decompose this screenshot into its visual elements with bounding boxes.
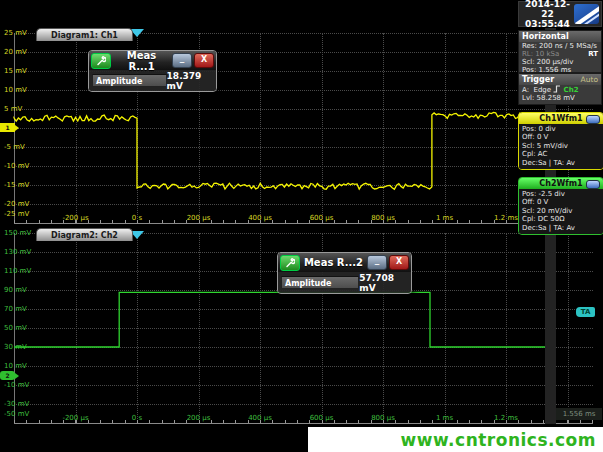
meas-results-2-dialog[interactable]: Meas R...2 _ X Amplitude 57.708 mV	[277, 252, 412, 294]
minimize-button[interactable]: _	[172, 53, 192, 68]
trigger-mode: Auto	[581, 75, 598, 84]
ch2wfm1-title: Ch2Wfm1	[539, 179, 582, 188]
trigger-panel[interactable]: TriggerAuto A: Edge Ch2 Lvl: 58.258 mV	[518, 73, 602, 105]
ch2-scl: Scl: 20 mV/div	[519, 207, 603, 215]
oscilloscope-screen: 25 mV20 mV15 mV10 mV5 mV-5 mV-10 mV-15 m…	[0, 0, 603, 452]
horizontal-scl: Scl: 200 µs/div	[522, 58, 573, 66]
meas1-value: 18.379 mV	[167, 71, 211, 91]
watermark-url: www.cntronics.com	[401, 430, 596, 450]
ch1wfm1-title: Ch1Wfm1	[539, 114, 582, 123]
ch2-pos: Pos: -2.5 div	[519, 190, 603, 198]
ch2-offset-marker[interactable]: 2	[0, 371, 15, 380]
panel-minimize-icon[interactable]	[586, 115, 600, 124]
tab-diagram1[interactable]: Diagram1: Ch1	[36, 28, 133, 41]
close-button[interactable]: X	[194, 53, 214, 68]
ch2-cpl: Cpl: DC 50Ω	[519, 215, 603, 223]
date-label: 2014-12-22	[521, 0, 574, 19]
ch1-pos: Pos: 0 div	[519, 125, 603, 133]
time-label: 03:55:44	[521, 19, 574, 29]
ch1wfm1-panel[interactable]: Ch1Wfm1 Pos: 0 div Off: 0 V Scl: 5 mV/di…	[518, 112, 603, 170]
meas1-title: Meas R...1	[113, 50, 170, 72]
trigger-type: Edge	[533, 86, 551, 94]
meas2-titlebar[interactable]: Meas R...2 _ X	[278, 253, 411, 272]
horizontal-position-readout: 1.556 ms	[556, 408, 602, 420]
rising-edge-icon	[553, 85, 561, 93]
horizontal-panel-title: Horizontal	[522, 32, 569, 41]
ch1-offset-marker[interactable]: 1	[0, 123, 15, 132]
ch2-dec: Dec:Sa | TA: Av	[519, 224, 603, 232]
meas1-titlebar[interactable]: Meas R...1 _ X	[89, 51, 216, 70]
horizontal-rt-badge: RT	[588, 50, 598, 58]
trigger-a-label: A:	[522, 86, 529, 94]
meas2-value: 57.708 mV	[359, 273, 406, 293]
horizontal-panel[interactable]: Horizontal Res: 200 ns / 5 MSa/s RL: 10 …	[518, 30, 602, 73]
ch2wfm1-panel[interactable]: Ch2Wfm1 Pos: -2.5 div Off: 0 V Scl: 20 m…	[518, 177, 603, 235]
tab-diagram2[interactable]: Diagram2: Ch2	[36, 228, 133, 241]
ch1-scl: Scl: 5 mV/div	[519, 142, 603, 150]
trigger-source: Ch2	[564, 86, 579, 94]
settings-wrench-icon[interactable]	[91, 53, 111, 69]
horizontal-res: Res: 200 ns / 5 MSa/s	[522, 42, 597, 50]
datetime-display: 2014-12-22 03:55:44	[518, 1, 602, 27]
ch1-cpl: Cpl: AC	[519, 150, 603, 158]
minimize-button[interactable]: _	[367, 255, 387, 270]
rohde-schwarz-logo-icon	[574, 4, 599, 24]
meas-results-1-dialog[interactable]: Meas R...1 _ X Amplitude 18.379 mV	[88, 50, 217, 92]
panel-minimize-icon[interactable]	[586, 180, 600, 189]
ch2-off: Off: 0 V	[519, 198, 603, 206]
meas1-parameter-field[interactable]: Amplitude	[92, 74, 167, 87]
horizontal-rl: RL: 10 kSa	[522, 50, 559, 58]
settings-wrench-icon[interactable]	[280, 255, 300, 271]
trigger-level: Lvl: 58.258 mV	[522, 94, 575, 102]
close-button[interactable]: X	[389, 255, 409, 270]
ch1-dec: Dec:Sa | TA: Av	[519, 159, 603, 167]
watermark-strip: www.cntronics.com	[308, 427, 603, 452]
ch1-off: Off: 0 V	[519, 133, 603, 141]
meas2-title: Meas R...2	[302, 257, 365, 268]
trigger-level-badge[interactable]: TA	[576, 307, 595, 317]
trigger-panel-title: Trigger	[522, 75, 554, 84]
meas2-parameter-field[interactable]: Amplitude	[281, 276, 359, 289]
